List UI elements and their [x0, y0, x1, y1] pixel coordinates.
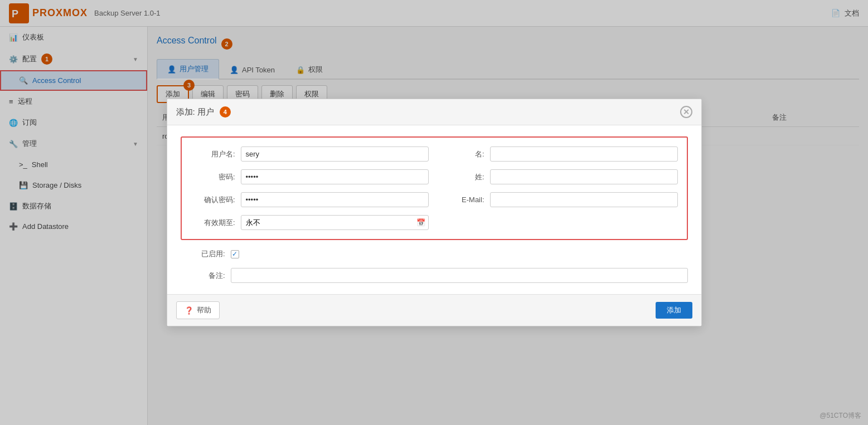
- lastname-input[interactable]: [490, 169, 678, 184]
- form-grid: 用户名: 密码: 确认密码: 有效期至:: [191, 146, 678, 230]
- lastname-label: 姓:: [440, 172, 484, 182]
- expiry-label: 有效期至:: [191, 218, 235, 228]
- modal-overlay: 添加: 用户 4 ✕ 用户名: 密码:: [0, 0, 868, 425]
- email-input[interactable]: [490, 192, 678, 207]
- modal-footer: ❓ 帮助 添加: [167, 294, 701, 326]
- form-col-right: 名: 姓: E-Mail:: [440, 146, 678, 230]
- username-label: 用户名:: [191, 149, 235, 159]
- form-col-left: 用户名: 密码: 确认密码: 有效期至:: [191, 146, 429, 230]
- username-input[interactable]: [241, 146, 429, 162]
- modal-title: 添加: 用户: [176, 107, 214, 118]
- comment-label: 备注:: [181, 271, 225, 281]
- modal-body: 用户名: 密码: 确认密码: 有效期至:: [167, 125, 701, 294]
- form-row-confirm: 确认密码:: [191, 192, 429, 207]
- form-row-lastname: 姓:: [440, 169, 678, 184]
- form-row-password: 密码:: [191, 169, 429, 184]
- form-row-comment: 备注:: [181, 268, 688, 283]
- form-row-expiry: 有效期至: 📅: [191, 215, 429, 230]
- enabled-label: 已启用:: [181, 249, 225, 259]
- form-row-firstname: 名:: [440, 146, 678, 162]
- modal-header: 添加: 用户 4 ✕: [167, 99, 701, 125]
- confirm-input[interactable]: [241, 192, 429, 207]
- help-icon: ❓: [185, 306, 193, 315]
- modal-add-button[interactable]: 添加: [656, 302, 692, 319]
- confirm-label: 确认密码:: [191, 195, 235, 205]
- add-user-modal: 添加: 用户 4 ✕ 用户名: 密码:: [167, 99, 702, 326]
- password-input[interactable]: [241, 169, 429, 184]
- modal-title-row: 添加: 用户 4: [176, 106, 231, 118]
- expiry-input[interactable]: [241, 215, 429, 230]
- email-label: E-Mail:: [440, 196, 484, 204]
- modal-close-button[interactable]: ✕: [680, 106, 692, 118]
- form-row-enabled: 已启用:: [181, 249, 688, 259]
- password-label: 密码:: [191, 172, 235, 182]
- help-label: 帮助: [197, 305, 211, 315]
- form-row-username: 用户名:: [191, 146, 429, 162]
- form-row-email: E-Mail:: [440, 192, 678, 207]
- firstname-label: 名:: [440, 149, 484, 159]
- calendar-icon[interactable]: 📅: [416, 218, 425, 227]
- firstname-input[interactable]: [490, 146, 678, 162]
- enabled-checkbox[interactable]: [231, 250, 239, 258]
- comment-input[interactable]: [231, 268, 688, 283]
- badge-4: 4: [220, 106, 231, 118]
- form-highlight-section: 用户名: 密码: 确认密码: 有效期至:: [181, 136, 688, 240]
- help-button[interactable]: ❓ 帮助: [176, 301, 220, 319]
- expiry-input-wrapper: 📅: [241, 215, 429, 230]
